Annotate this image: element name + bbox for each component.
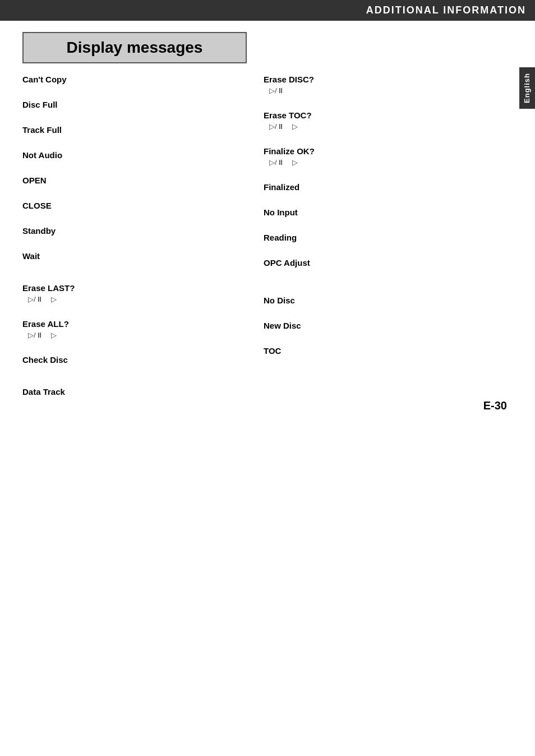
- msg-erase-disc-label: Erase DISC?: [264, 75, 507, 84]
- msg-disc-full: Disc Full: [22, 100, 264, 109]
- msg-reading-label: Reading: [264, 233, 507, 242]
- msg-erase-toc-icons: ▷/⏸ ▷: [264, 122, 507, 131]
- msg-not-audio-label: Not Audio: [22, 150, 264, 160]
- msg-opc-adjust-label: OPC Adjust: [264, 258, 507, 268]
- msg-erase-all-icons: ▷/⏸ ▷: [22, 331, 264, 339]
- msg-check-disc: Check Disc: [22, 355, 264, 365]
- msg-opc-adjust: OPC Adjust: [264, 258, 507, 268]
- msg-no-disc: No Disc: [264, 296, 507, 305]
- msg-close: CLOSE: [22, 201, 264, 210]
- msg-toc: TOC: [264, 346, 507, 356]
- msg-reading: Reading: [264, 233, 507, 242]
- left-column: Can't Copy Disc Full Track Full Not Audi…: [22, 75, 264, 412]
- msg-erase-all-label: Erase ALL?: [22, 319, 264, 329]
- msg-finalized: Finalized: [264, 182, 507, 192]
- msg-close-label: CLOSE: [22, 201, 264, 210]
- msg-cant-copy-label: Can't Copy: [22, 75, 264, 84]
- msg-not-audio: Not Audio: [22, 150, 264, 160]
- msg-finalize-ok-label: Finalize OK?: [264, 146, 507, 156]
- msg-erase-disc: Erase DISC? ▷/⏸: [264, 75, 507, 95]
- msg-track-full-label: Track Full: [22, 125, 264, 135]
- msg-erase-last-icons: ▷/⏸ ▷: [22, 295, 264, 303]
- page-number: E-30: [483, 399, 507, 412]
- msg-no-input: No Input: [264, 208, 507, 217]
- msg-erase-last: Erase LAST? ▷/⏸ ▷: [22, 283, 264, 303]
- msg-wait: Wait: [22, 251, 264, 261]
- msg-open-label: OPEN: [22, 176, 264, 185]
- section-title: Display messages: [22, 32, 247, 63]
- msg-new-disc-label: New Disc: [264, 321, 507, 330]
- msg-no-disc-label: No Disc: [264, 296, 507, 305]
- header-bar: ADDITIONAL INFORMATION: [0, 0, 535, 21]
- msg-disc-full-label: Disc Full: [22, 100, 264, 109]
- msg-cant-copy: Can't Copy: [22, 75, 264, 84]
- msg-data-track: Data Track: [22, 387, 264, 397]
- msg-erase-toc: Erase TOC? ▷/⏸ ▷: [264, 110, 507, 131]
- msg-track-full: Track Full: [22, 125, 264, 135]
- msg-no-input-label: No Input: [264, 208, 507, 217]
- msg-erase-toc-label: Erase TOC?: [264, 110, 507, 120]
- msg-check-disc-label: Check Disc: [22, 355, 264, 365]
- right-column: Erase DISC? ▷/⏸ Erase TOC? ▷/⏸ ▷ Finaliz…: [264, 75, 507, 412]
- msg-standby: Standby: [22, 226, 264, 236]
- msg-open: OPEN: [22, 176, 264, 185]
- msg-standby-label: Standby: [22, 226, 264, 236]
- msg-toc-label: TOC: [264, 346, 507, 356]
- msg-new-disc: New Disc: [264, 321, 507, 330]
- msg-finalized-label: Finalized: [264, 182, 507, 192]
- msg-erase-all: Erase ALL? ▷/⏸ ▷: [22, 319, 264, 339]
- msg-data-track-label: Data Track: [22, 387, 264, 397]
- msg-finalize-ok-icons: ▷/⏸ ▷: [264, 158, 507, 167]
- header-title: ADDITIONAL INFORMATION: [366, 4, 526, 16]
- msg-erase-last-label: Erase LAST?: [22, 283, 264, 293]
- msg-wait-label: Wait: [22, 251, 264, 261]
- msg-erase-disc-icons: ▷/⏸: [264, 86, 507, 95]
- msg-finalize-ok: Finalize OK? ▷/⏸ ▷: [264, 146, 507, 167]
